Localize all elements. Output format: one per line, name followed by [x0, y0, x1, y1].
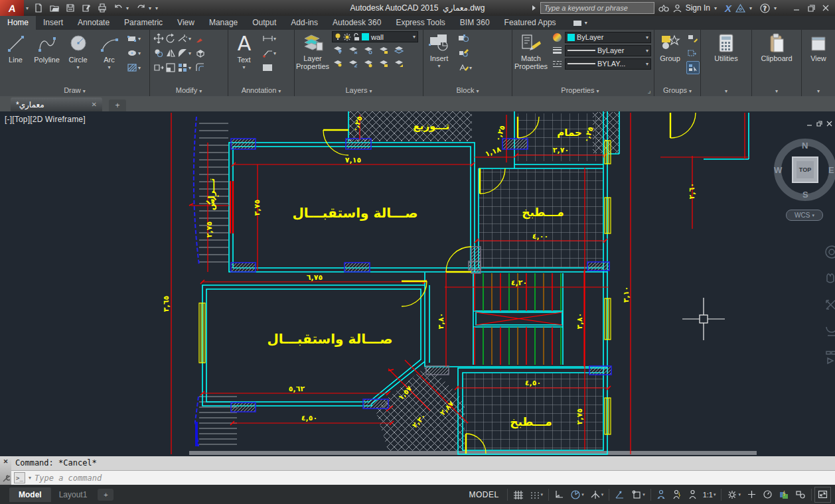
minimize-button[interactable] — [790, 2, 803, 14]
group-edit-icon[interactable] — [686, 47, 698, 59]
linetype-select[interactable]: BYLAY... ▾ — [565, 58, 651, 70]
autocad-logo[interactable]: A — [0, 0, 24, 16]
clipboard-button[interactable]: Clipboard — [753, 31, 800, 62]
dimension-icon[interactable] — [262, 32, 273, 44]
drawing-restore-icon[interactable] — [816, 117, 822, 129]
layer-select[interactable]: wall ▾ — [332, 31, 418, 42]
ribbon-tab-view[interactable]: View — [170, 16, 202, 30]
layer-properties-button[interactable]: Layer Properties — [295, 31, 331, 70]
command-line-grip[interactable]: ✕ — [0, 456, 11, 485]
undo-caret-icon[interactable]: ▾ — [126, 5, 133, 11]
layer-sun-icon[interactable] — [343, 33, 351, 41]
attributes-caret-icon[interactable]: ▾ — [469, 65, 475, 71]
sign-in-button[interactable]: Sign In — [686, 3, 710, 13]
isodraft-caret-icon[interactable]: ▾ — [601, 492, 604, 497]
explode-icon[interactable] — [194, 47, 206, 59]
ribbon-tab-annotate[interactable]: Annotate — [70, 16, 117, 30]
drawing-canvas[interactable]: صـــالة واستقبـــالصـــالة واستقبـــالمـ… — [0, 111, 835, 456]
signin-avatar-icon[interactable] — [673, 1, 682, 15]
close-button[interactable] — [819, 2, 832, 14]
layer-match-icon[interactable] — [393, 44, 405, 56]
create-block-icon[interactable] — [457, 32, 469, 44]
trim-caret-icon[interactable]: ▾ — [189, 36, 194, 42]
layer-isolate-icon[interactable] — [332, 44, 344, 56]
match-properties-button[interactable]: Match Properties — [512, 31, 550, 70]
scale-caret-icon[interactable]: ▾ — [714, 492, 716, 497]
ribbon-tab-featured-apps[interactable]: Featured Apps — [497, 16, 564, 30]
file-tab-active[interactable]: *معماري ✕ — [11, 97, 102, 111]
circle-caret-icon[interactable]: ▾ — [76, 64, 79, 72]
leader-icon[interactable] — [262, 47, 273, 59]
restore-button[interactable] — [804, 2, 818, 14]
drawing-minimize-icon[interactable] — [806, 117, 812, 129]
polar-tracking-icon[interactable]: ▾ — [568, 487, 587, 502]
viewcube-south[interactable]: S — [802, 190, 808, 200]
navigation-bar[interactable] — [826, 246, 835, 363]
workspace-gear-icon[interactable]: ▾ — [724, 487, 743, 502]
clipboard-panel-label[interactable]: ▾ — [752, 84, 801, 96]
snap-caret-icon[interactable]: ▾ — [541, 492, 544, 497]
viewport-controls[interactable]: [-][Top][2D Wireframe] — [5, 115, 86, 124]
properties-expander-icon[interactable]: ⌟ — [648, 84, 651, 96]
group-selection-toggle[interactable] — [686, 61, 700, 74]
properties-panel-label[interactable]: Properties ▾⌟ — [512, 84, 654, 96]
redo-caret-icon[interactable]: ▾ — [149, 5, 155, 11]
model-space-badge[interactable]: MODEL — [463, 487, 504, 502]
modify-panel-label[interactable]: Modify ▾ — [150, 84, 228, 96]
command-input[interactable]: >_ ▾ Type a command — [11, 471, 835, 485]
ribbon-tab-parametric[interactable]: Parametric — [117, 16, 170, 30]
groups-panel-label[interactable]: Groups ▾ — [654, 84, 700, 96]
linetype-caret-icon[interactable]: ▾ — [646, 61, 648, 67]
arc-button[interactable]: Arc▾ — [94, 31, 125, 72]
leader-caret-icon[interactable]: ▾ — [273, 50, 279, 56]
layer-lock-icon[interactable] — [378, 44, 390, 56]
ungroup-icon[interactable] — [686, 32, 698, 44]
command-prompt-icon[interactable]: >_ — [14, 472, 25, 483]
offset-icon[interactable] — [194, 62, 206, 74]
color-caret-icon[interactable]: ▾ — [646, 34, 648, 40]
object-snap-tracking-icon[interactable] — [612, 487, 628, 502]
move-icon[interactable] — [153, 32, 165, 44]
command-prompt-caret-icon[interactable]: ▾ — [29, 475, 31, 481]
undo-icon[interactable] — [110, 1, 126, 15]
layer-make-current-icon[interactable] — [332, 57, 344, 69]
mirror-icon[interactable] — [165, 47, 177, 59]
layers-panel-label[interactable]: Layers ▾ — [295, 84, 423, 96]
annotation-scale-value[interactable]: 1:1▾ — [700, 487, 719, 502]
a360-caret-icon[interactable]: ▾ — [749, 5, 756, 11]
layout1-tab[interactable]: Layout1 — [51, 487, 96, 502]
signin-caret-icon[interactable]: ▾ — [714, 5, 721, 11]
new-file-icon[interactable] — [31, 1, 46, 15]
insert-caret-icon[interactable]: ▾ — [437, 62, 440, 70]
layer-off-icon[interactable] — [362, 44, 374, 56]
arc-caret-icon[interactable]: ▾ — [108, 64, 110, 72]
ribbon-tab-manage[interactable]: Manage — [202, 16, 245, 30]
polyline-button[interactable]: Polyline — [31, 31, 62, 64]
ribbon-tab-output[interactable]: Output — [245, 16, 283, 30]
draw-panel-label[interactable]: Draw ▾ — [0, 84, 149, 96]
lineweight-caret-icon[interactable]: ▾ — [646, 48, 648, 54]
rectangle-caret-icon[interactable]: ▾ — [138, 36, 144, 42]
fillet-icon[interactable] — [177, 47, 189, 59]
annotation-scale-icon[interactable] — [686, 487, 700, 502]
search-binoculars-icon[interactable] — [658, 1, 669, 15]
insert-button[interactable]: Insert▾ — [423, 31, 455, 70]
a360-icon[interactable] — [735, 1, 745, 15]
utilities-button[interactable]: Utilities — [703, 31, 749, 62]
rotate-icon[interactable] — [165, 32, 177, 44]
utilities-panel-label[interactable]: ▾ — [701, 84, 751, 96]
block-panel-label[interactable]: Block ▾ — [423, 84, 512, 96]
viewcube-west[interactable]: W — [774, 165, 782, 175]
clean-screen-icon[interactable] — [814, 487, 831, 503]
infocenter-collapse-icon[interactable] — [531, 5, 536, 11]
help-icon[interactable]: ? — [760, 1, 770, 15]
viewcube-north[interactable]: N — [802, 141, 808, 151]
search-input[interactable]: Type a keyword or phrase — [540, 2, 654, 14]
exchange-apps-icon[interactable]: X — [725, 1, 731, 15]
annotation-visibility-icon[interactable] — [654, 487, 669, 502]
wcs-menu-button[interactable]: WCS▾ — [786, 210, 823, 221]
layer-walk-icon[interactable] — [393, 57, 405, 69]
graphics-performance-icon[interactable] — [776, 487, 792, 502]
annotation-panel-label[interactable]: Annotation ▾ — [228, 84, 294, 96]
object-snap-icon[interactable]: ▾ — [629, 487, 648, 502]
